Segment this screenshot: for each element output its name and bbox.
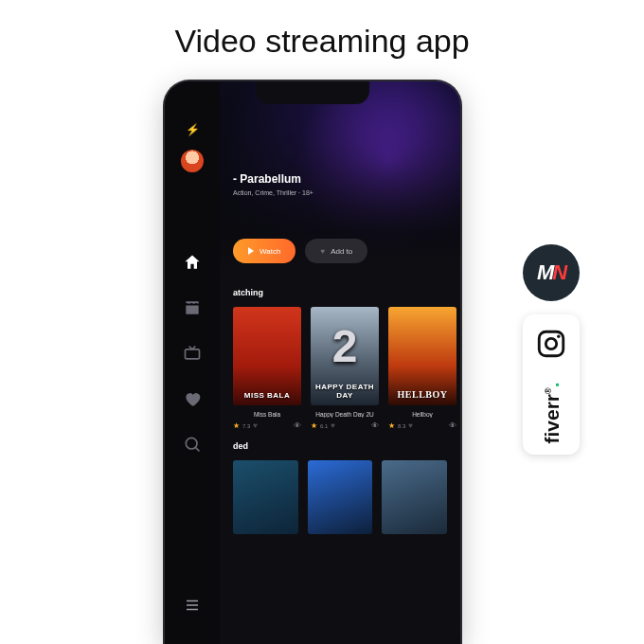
card-meta: ★7.3♥ 👁 <box>233 421 301 430</box>
app-content: - Parabellum Action, Crime, Thriller · 1… <box>220 81 460 644</box>
watch-label: Watch <box>259 247 280 256</box>
star-icon: ★ <box>388 421 395 430</box>
nav-search[interactable] <box>182 434 203 455</box>
instagram-icon[interactable] <box>535 328 567 364</box>
card-title: Miss Bala <box>233 411 301 418</box>
star-icon: ★ <box>233 421 240 430</box>
svg-point-4 <box>557 335 560 338</box>
poster[interactable] <box>233 460 298 534</box>
bolt-icon: ⚡ <box>186 123 200 136</box>
hero-banner[interactable]: - Parabellum Action, Crime, Thriller · 1… <box>220 81 460 277</box>
heart-icon[interactable]: ♥ <box>331 421 335 430</box>
nav-movies[interactable] <box>182 297 203 318</box>
eye-icon: 👁 <box>294 421 301 430</box>
fiverr-text: fiverr <box>540 394 562 444</box>
movie-card[interactable]: MISS BALA Miss Bala ★7.3♥ 👁 <box>233 307 301 430</box>
section-recommended-title: ded <box>233 441 447 451</box>
card-title: Happy Death Day 2U <box>311 411 379 418</box>
poster: 2 HAPPY DEATH DAY <box>311 307 379 405</box>
svg-point-1 <box>186 438 197 449</box>
section-watching-title: atching <box>233 288 447 297</box>
poster-label: HAPPY DEATH DAY <box>311 383 379 400</box>
watching-row[interactable]: MISS BALA Miss Bala ★7.3♥ 👁 2 HAPPY DEAT… <box>233 307 447 430</box>
rating: 7.3 <box>242 423 250 429</box>
nav-home[interactable] <box>182 252 203 273</box>
movie-card[interactable]: HELLBOY Hellboy ★8.3♥ 👁 <box>388 307 456 430</box>
fiverr-dot-icon: . <box>540 382 562 387</box>
card-meta: ★8.3♥ 👁 <box>388 421 456 430</box>
poster-label: HELLBOY <box>388 389 456 400</box>
svg-point-3 <box>546 338 556 349</box>
add-label: Add to <box>331 247 352 256</box>
star-icon: ★ <box>311 421 317 430</box>
poster[interactable] <box>308 460 373 534</box>
recommended-row[interactable] <box>233 460 447 534</box>
promo-badges: MN fiverr®. <box>523 244 580 455</box>
social-card: fiverr®. <box>523 314 580 455</box>
page-title: Video streaming app <box>0 23 644 60</box>
heart-icon[interactable]: ♥ <box>253 421 258 430</box>
heart-icon: ♥ <box>320 247 325 256</box>
phone-mockup: ⚡ - Parabellum Action, Cr <box>165 81 460 644</box>
play-icon <box>248 247 254 255</box>
card-title: Hellboy <box>388 411 456 418</box>
nav-favorites[interactable] <box>182 388 203 409</box>
eye-icon: 👁 <box>449 421 456 430</box>
eye-icon: 👁 <box>371 421 379 430</box>
mn-m: M <box>537 260 552 285</box>
nav-tv[interactable] <box>182 343 203 364</box>
hero-actions: Watch ♥ Add to <box>233 239 367 263</box>
hero-meta: Action, Crime, Thriller · 18+ <box>233 189 447 196</box>
mn-n: N <box>552 260 565 285</box>
heart-icon[interactable]: ♥ <box>408 421 413 430</box>
menu-icon[interactable] <box>184 597 201 617</box>
registered-icon: ® <box>543 387 552 394</box>
section-recommended: ded <box>220 430 460 534</box>
poster: HELLBOY <box>388 307 456 405</box>
card-meta: ★6.1♥ 👁 <box>311 421 379 430</box>
section-watching: atching MISS BALA Miss Bala ★7.3♥ 👁 <box>220 277 460 430</box>
svg-rect-0 <box>186 349 200 359</box>
app-sidebar: ⚡ <box>165 81 220 644</box>
nav <box>182 252 203 455</box>
poster[interactable] <box>382 460 447 534</box>
watch-button[interactable]: Watch <box>233 239 295 263</box>
phone-notch <box>256 81 369 104</box>
movie-card[interactable]: 2 HAPPY DEATH DAY Happy Death Day 2U ★6.… <box>311 307 379 430</box>
rating: 6.1 <box>320 423 328 429</box>
poster: MISS BALA <box>233 307 301 405</box>
add-to-button[interactable]: ♥ Add to <box>305 239 367 263</box>
mn-logo[interactable]: MN <box>523 244 580 301</box>
avatar[interactable] <box>181 150 204 172</box>
poster-label: MISS BALA <box>233 391 301 400</box>
rating: 8.3 <box>398 423 405 429</box>
poster-big-number: 2 <box>311 320 379 372</box>
fiverr-logo[interactable]: fiverr®. <box>540 382 563 443</box>
hero-title: - Parabellum <box>233 172 447 186</box>
